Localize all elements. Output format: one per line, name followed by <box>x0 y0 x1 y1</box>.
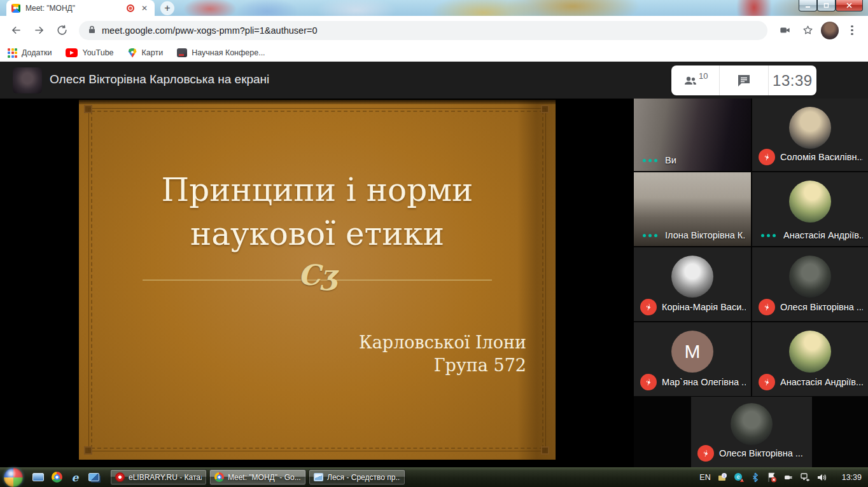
quick-launch: e <box>32 471 100 484</box>
mic-muted-icon <box>640 374 657 390</box>
svg-text:e: e <box>736 474 739 480</box>
show-desktop-icon[interactable] <box>32 471 45 484</box>
bluetooth-icon[interactable] <box>750 472 760 483</box>
bookmark-conference[interactable]: Научная Конфере... <box>177 48 265 57</box>
speaking-indicator-icon <box>761 234 776 237</box>
participants-count: 10 <box>699 71 708 81</box>
camera-indicator-icon[interactable] <box>775 21 794 40</box>
back-icon[interactable] <box>6 21 25 40</box>
close-button[interactable] <box>836 0 863 11</box>
browser-toolbar: meet.google.com/pww-xogs-pmm?pli=1&authu… <box>0 16 868 45</box>
avatar <box>789 331 831 373</box>
reload-icon[interactable] <box>52 21 71 40</box>
volume-icon[interactable] <box>816 472 827 483</box>
speaking-indicator-icon <box>643 234 657 237</box>
participant-tile[interactable]: Коріна-Марія Васи... <box>634 247 751 321</box>
tab-title: Meet: "МОНД" <box>25 4 122 13</box>
avatar <box>789 107 831 149</box>
mic-muted-icon <box>759 299 775 315</box>
lock-icon[interactable] <box>88 25 96 36</box>
bookmarks-bar: Додатки YouTube Карти Научная Конфере... <box>0 45 868 62</box>
slide-ornament: Cʒ <box>79 259 556 291</box>
bookmark-apps[interactable]: Додатки <box>8 48 52 58</box>
participant-tile[interactable]: Соломія Василівн... <box>752 99 868 171</box>
mic-muted-icon <box>697 445 714 462</box>
opera-icon <box>115 472 125 482</box>
letter-avatar: M <box>671 331 713 373</box>
taskbar-button-photo-viewer[interactable]: Леся - Средство пр... <box>309 469 405 485</box>
participant-tile-self[interactable]: Ви <box>634 99 751 171</box>
participants-grid: Ви Соломія Василівн... Ілона Вікторівна … <box>634 99 868 467</box>
apps-grid-icon <box>8 48 17 58</box>
participant-tile[interactable]: Анастасія Андріїв... <box>752 322 868 396</box>
avatar <box>731 403 773 445</box>
internet-explorer-icon[interactable]: e <box>69 471 81 484</box>
maps-pin-icon <box>128 48 137 58</box>
tab-recording-icon <box>127 4 134 12</box>
bookmark-star-icon[interactable] <box>798 21 817 40</box>
participant-tile[interactable]: Анастасія Андріїв... <box>752 172 868 246</box>
mic-muted-icon <box>759 374 775 390</box>
maximize-button[interactable] <box>817 0 836 11</box>
chrome-icon[interactable] <box>50 471 63 484</box>
chat-icon <box>736 73 752 88</box>
participant-tile[interactable]: M Мар`яна Олегівна ... <box>634 322 751 396</box>
svg-text:i: i <box>724 474 725 479</box>
meet-favicon-icon <box>11 4 20 13</box>
taskbar-button-meet[interactable]: Meet: "МОНД" - Go... <box>209 469 306 485</box>
photo-viewer-icon <box>314 473 323 481</box>
chrome-icon <box>214 472 224 482</box>
screen-share-stage: Принципи і норми наукової етики Cʒ Карло… <box>0 99 634 467</box>
meeting-clock: 13:39 <box>768 65 816 95</box>
taskbar: e eLIBRARY.RU - Катал... Meet: "МОНД" - … <box>0 467 868 487</box>
mic-muted-icon <box>759 149 775 165</box>
tab-close-icon[interactable]: ✕ <box>139 3 150 13</box>
meet-topbar: 10 13:39 <box>671 65 816 95</box>
youtube-icon <box>66 48 78 57</box>
avatar <box>671 256 713 298</box>
people-icon <box>683 73 698 88</box>
chat-button[interactable] <box>719 65 767 95</box>
meet-header: Олеся Вікторівна Карловська на екрані 10… <box>0 62 868 99</box>
minimize-button[interactable] <box>799 0 817 11</box>
screen: Meet: "МОНД" ✕ + meet.google.com/pww-xog… <box>0 0 868 487</box>
speaking-indicator-icon <box>643 159 657 162</box>
system-tray: EN i e 13:39 <box>699 472 868 483</box>
new-tab-button[interactable]: + <box>160 1 174 15</box>
browser-menu-icon[interactable] <box>843 21 862 40</box>
start-button[interactable] <box>4 468 23 487</box>
conference-icon <box>177 48 187 57</box>
participant-tile[interactable]: Олеся Вікторівна ... <box>752 247 868 321</box>
window-controls <box>799 0 863 12</box>
forward-icon[interactable] <box>29 21 48 40</box>
tray-clock[interactable]: 13:39 <box>842 473 862 482</box>
taskbar-button-elibrary[interactable]: eLIBRARY.RU - Катал... <box>110 469 207 485</box>
bookmark-maps[interactable]: Карти <box>128 48 164 58</box>
language-indicator[interactable]: EN <box>699 473 710 482</box>
presenting-banner: Олеся Вікторівна Карловська на екрані <box>50 72 269 86</box>
profile-avatar[interactable] <box>821 22 839 39</box>
participant-tile[interactable]: Ілона Вікторівна К... <box>634 172 751 246</box>
presenter-thumbnail[interactable] <box>13 67 42 93</box>
browser-tab[interactable]: Meet: "МОНД" ✕ <box>6 0 155 16</box>
window-switcher-icon[interactable] <box>87 471 100 484</box>
bookmark-youtube[interactable]: YouTube <box>66 48 113 57</box>
tray-app-icon[interactable]: i <box>717 472 727 483</box>
avatar <box>789 181 831 223</box>
participant-tile[interactable]: Олеся Вікторівна ... <box>691 397 812 467</box>
slide-title: Принципи і норми наукової етики <box>79 168 556 256</box>
power-plug-icon[interactable] <box>783 472 794 483</box>
url-text: meet.google.com/pww-xogs-pmm?pli=1&authu… <box>102 25 318 36</box>
mic-muted-icon <box>640 299 657 315</box>
slide-author: Карловської Ілони Група 572 <box>359 331 526 378</box>
avatar <box>789 256 831 298</box>
task-buttons: eLIBRARY.RU - Катал... Meet: "МОНД" - Go… <box>110 469 405 485</box>
participants-button[interactable]: 10 <box>671 65 719 95</box>
network-icon[interactable] <box>800 472 810 483</box>
presentation-slide: Принципи і норми наукової етики Cʒ Карло… <box>79 100 556 460</box>
url-bar[interactable]: meet.google.com/pww-xogs-pmm?pli=1&authu… <box>79 21 767 40</box>
action-center-flag-icon[interactable] <box>767 472 777 483</box>
antivirus-icon[interactable]: e <box>734 472 744 483</box>
